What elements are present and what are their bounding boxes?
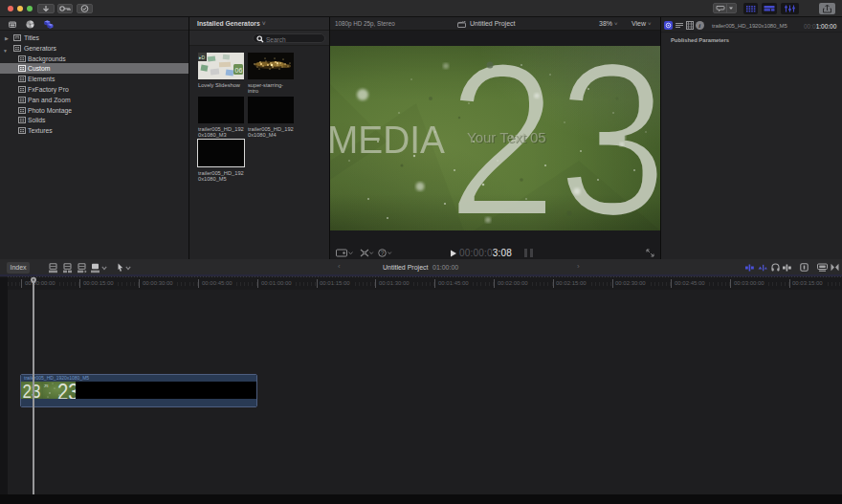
svg-text:23: 23 [23,382,41,399]
svg-text:?: ? [381,250,385,256]
svg-text:23: 23 [57,382,76,399]
svg-text:i: i [698,22,700,30]
svg-text:MEDIA: MEDIA [330,119,446,162]
svg-text:23: 23 [44,383,49,388]
svg-text:Your Text 05: Your Text 05 [467,129,546,145]
svg-text:▸D: ▸D [199,55,206,60]
svg-text:06: 06 [235,67,243,74]
